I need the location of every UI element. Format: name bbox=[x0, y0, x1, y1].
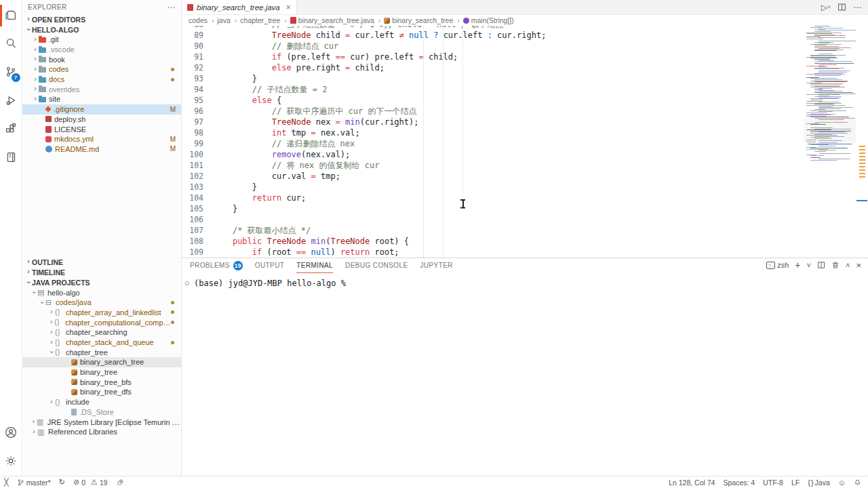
tree-item[interactable]: › codes bbox=[22, 64, 181, 75]
notebook-tab[interactable] bbox=[0, 144, 22, 172]
tree-item[interactable]: › JRE System Library [Eclipse Temurin 17… bbox=[22, 417, 181, 427]
tree-item[interactable]: mkdocs.yml M bbox=[22, 134, 181, 144]
code-line[interactable]: 94 // 子结点数量 = 2 bbox=[182, 84, 804, 95]
tree-item[interactable]: binary_tree_bfs bbox=[22, 377, 181, 387]
run-debug-tab[interactable] bbox=[0, 87, 22, 115]
tree-item[interactable]: › Referenced Libraries bbox=[22, 427, 181, 437]
split-editor-icon[interactable] bbox=[837, 3, 846, 12]
new-terminal-button[interactable]: + bbox=[795, 260, 800, 270]
panel-tab[interactable]: OUTPUT bbox=[255, 258, 285, 273]
breadcrumb-item[interactable]: java bbox=[218, 16, 239, 24]
code-line[interactable]: 102 cur.val = tmp; bbox=[182, 171, 804, 182]
remote-indicator[interactable]: ╳ bbox=[4, 478, 9, 487]
tree-item[interactable]: LICENSE bbox=[22, 124, 181, 134]
code-line[interactable]: 109 if (root == null) return root; bbox=[182, 247, 804, 258]
section-java-projects[interactable]: › JAVA PROJECTS bbox=[22, 277, 181, 287]
extensions-tab[interactable] bbox=[0, 115, 22, 144]
tree-item[interactable]: binary_search_tree bbox=[22, 357, 181, 367]
breadcrumb-item[interactable]: chapter_tree bbox=[240, 16, 288, 24]
code-line[interactable]: 93 } bbox=[182, 73, 804, 84]
code-line[interactable]: 98 int tmp = nex.val; bbox=[182, 127, 804, 138]
git-branch-status[interactable]: master* bbox=[17, 479, 51, 487]
split-terminal-icon[interactable] bbox=[817, 261, 825, 269]
tab-binary-search-tree[interactable]: binary_search_tree.java × bbox=[182, 0, 297, 14]
code-editor[interactable]: 88 // 当子结点数量 = 0 / 1 时, child = null / 该… bbox=[182, 26, 868, 258]
tree-item[interactable]: › .vscode bbox=[22, 45, 181, 55]
tree-item[interactable]: › book bbox=[22, 54, 181, 64]
tree-item[interactable]: .DS_Store bbox=[22, 407, 181, 418]
kill-terminal-icon[interactable] bbox=[831, 261, 840, 269]
code-line[interactable]: 108 public TreeNode min(TreeNode root) { bbox=[182, 236, 804, 247]
code-line[interactable]: 107 /* 获取最小结点 */ bbox=[182, 225, 804, 236]
encoding-status[interactable]: UTF-8 bbox=[763, 479, 783, 487]
tree-item[interactable]: binary_tree_dfs bbox=[22, 387, 181, 397]
breadcrumb-item[interactable]: main(String[]) bbox=[463, 16, 514, 24]
tree-item[interactable]: deploy.sh bbox=[22, 115, 181, 125]
tree-item[interactable]: › chapter_searching bbox=[22, 327, 181, 338]
code-line[interactable]: 99 // 递归删除结点 nex bbox=[182, 138, 804, 149]
tree-item[interactable]: binary_tree bbox=[22, 367, 181, 378]
code-line[interactable]: 91 if (pre.left == cur) pre.left = child… bbox=[182, 52, 804, 62]
breadcrumb-item[interactable]: binary_search_tree bbox=[384, 16, 461, 24]
panel-tab[interactable]: PROBLEMS 19 bbox=[190, 258, 243, 273]
breadcrumb-item[interactable]: codes bbox=[189, 16, 216, 24]
sidebar-more-actions[interactable]: ⋯ bbox=[167, 3, 176, 12]
code-line[interactable]: 100 remove(nex.val); bbox=[182, 149, 804, 160]
panel-tab[interactable]: JUPYTER bbox=[420, 258, 453, 273]
settings-button[interactable] bbox=[0, 447, 22, 476]
terminal-dropdown-icon[interactable]: ˅ bbox=[807, 261, 811, 269]
tree-item[interactable]: › overrides bbox=[22, 84, 181, 94]
tree-item[interactable]: README.md M bbox=[22, 144, 181, 155]
shell-selector[interactable]: >_ zsh bbox=[766, 261, 789, 269]
tree-item[interactable]: › .git bbox=[22, 35, 181, 45]
eol-status[interactable]: LF bbox=[791, 479, 800, 487]
code-line[interactable]: 92 else pre.right = child; bbox=[182, 62, 804, 73]
section-hello-algo[interactable]: › HELLO-ALGO bbox=[22, 24, 181, 35]
source-control-tab[interactable]: 7 bbox=[0, 58, 22, 87]
code-line[interactable]: 105 } bbox=[182, 203, 804, 214]
tree-item[interactable]: › site bbox=[22, 94, 181, 104]
cursor-position-status[interactable]: Ln 128, Col 74 bbox=[669, 479, 715, 487]
tree-item[interactable]: › chapter_computational_complexity bbox=[22, 317, 181, 327]
code-line[interactable]: 89 TreeNode child = cur.left ≠ null ? cu… bbox=[182, 30, 804, 41]
tree-item[interactable]: › hello-algo bbox=[22, 287, 181, 298]
tree-item[interactable]: › codes/java bbox=[22, 298, 181, 308]
java-status[interactable] bbox=[116, 479, 124, 487]
code-line[interactable]: 90 // 删除结点 cur bbox=[182, 41, 804, 52]
more-actions-icon[interactable]: ⋯ bbox=[853, 3, 861, 12]
maximize-panel-icon[interactable]: ˄ bbox=[846, 261, 850, 269]
code-line[interactable]: 104 return cur; bbox=[182, 192, 804, 203]
panel-tab[interactable]: TERMINAL bbox=[296, 258, 333, 273]
code-line[interactable]: 103 } bbox=[182, 182, 804, 192]
tree-item[interactable]: › chapter_array_and_linkedlist bbox=[22, 308, 181, 318]
indentation-status[interactable]: Spaces: 4 bbox=[723, 479, 755, 487]
code-line[interactable]: 97 TreeNode nex = min(cur.right); bbox=[182, 117, 804, 127]
section-outline[interactable]: › OUTLINE bbox=[22, 257, 181, 267]
code-line[interactable]: 96 // 获取中序遍历中 cur 的下一个结点 bbox=[182, 106, 804, 117]
problems-status[interactable]: ⊘0 ⚠19 bbox=[73, 478, 108, 487]
tree-item[interactable]: › chapter_stack_and_queue bbox=[22, 338, 181, 348]
section-timeline[interactable]: › TIMELINE bbox=[22, 267, 181, 277]
tree-item[interactable]: .gitignore M bbox=[22, 104, 181, 115]
language-status[interactable]: { } Java bbox=[808, 479, 830, 487]
run-button[interactable]: ▷˅ bbox=[821, 3, 831, 12]
tree-item[interactable]: › docs bbox=[22, 75, 181, 85]
explorer-tab[interactable] bbox=[0, 1, 22, 30]
tree-item[interactable]: › include bbox=[22, 397, 181, 407]
minimap[interactable] bbox=[804, 26, 856, 258]
tree-item[interactable]: › chapter_tree bbox=[22, 347, 181, 357]
breadcrumb-item[interactable]: binary_search_tree.java bbox=[290, 16, 383, 24]
code-line[interactable]: 101 // 将 nex 的值复制给 cur bbox=[182, 160, 804, 171]
section-open-editors[interactable]: › OPEN EDITORS bbox=[22, 14, 181, 24]
notifications-button[interactable] bbox=[854, 479, 861, 487]
overview-ruler[interactable] bbox=[856, 26, 868, 258]
search-tab[interactable] bbox=[0, 30, 22, 58]
close-panel-icon[interactable]: × bbox=[856, 260, 861, 270]
feedback-button[interactable]: ☺ bbox=[838, 479, 846, 487]
terminal[interactable]: (base) jyd@JYD-MBP hello-algo % bbox=[182, 273, 868, 476]
close-icon[interactable]: × bbox=[286, 3, 291, 12]
panel-tab[interactable]: DEBUG CONSOLE bbox=[345, 258, 408, 273]
code-line[interactable]: 95 else { bbox=[182, 95, 804, 106]
account-button[interactable] bbox=[0, 419, 22, 447]
sync-status[interactable]: ↻ bbox=[59, 478, 65, 487]
